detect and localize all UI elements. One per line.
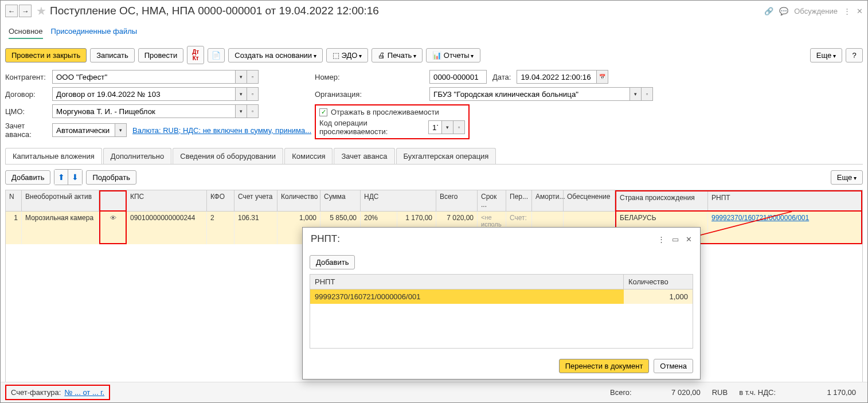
tab-additional[interactable]: Дополнительно [103, 148, 172, 164]
link-icon[interactable]: 🔗 [764, 7, 773, 15]
popup-add-button[interactable]: Добавить [310, 255, 355, 269]
post-and-close-button[interactable]: Провести и закрыть [5, 48, 87, 62]
counterparty-open-icon[interactable]: ▫ [247, 70, 259, 84]
chat-icon[interactable]: 💬 [779, 7, 788, 15]
col-n[interactable]: N [6, 190, 22, 212]
contract-dropdown-icon[interactable]: ▾ [236, 87, 247, 101]
edo-button[interactable]: ⬚ ЭДО [326, 48, 368, 62]
print-button[interactable]: 🖨 Печать [372, 48, 423, 62]
trace-checkbox[interactable]: ✓ [319, 108, 327, 116]
save-button[interactable]: Записать [90, 48, 135, 62]
col-kps[interactable]: КПС [127, 190, 207, 212]
document-icon[interactable]: 📄 [208, 48, 225, 62]
subtab-main[interactable]: Основное [9, 25, 43, 39]
popup-col-rnpt[interactable]: РНПТ [310, 275, 624, 289]
tab-capital[interactable]: Капитальные вложения [5, 148, 102, 164]
date-input[interactable] [517, 70, 597, 84]
org-open-icon[interactable]: ▫ [642, 87, 653, 101]
trace-code-dropdown-icon[interactable]: ▾ [442, 120, 453, 134]
popup-cell-qty[interactable]: 1,000 [624, 289, 693, 304]
counterparty-input[interactable] [52, 70, 236, 84]
tab-equipment[interactable]: Сведения об оборудовании [173, 148, 283, 164]
advance-dropdown-icon[interactable]: ▾ [115, 123, 127, 137]
close-icon[interactable]: ✕ [857, 7, 863, 15]
col-obes[interactable]: Обесценение [564, 190, 615, 212]
move-up-button[interactable]: ⬆ [54, 170, 68, 185]
favorite-star-icon[interactable]: ★ [36, 4, 46, 18]
popup-kebab-icon[interactable]: ⋮ [658, 235, 665, 244]
more-button[interactable]: Еще [810, 48, 842, 62]
popup-close-icon[interactable]: ✕ [686, 235, 692, 244]
counterparty-label: Контрагент: [5, 73, 52, 81]
org-label: Организация: [315, 90, 429, 99]
col-asset[interactable]: Внеоборотный актив [22, 190, 99, 212]
mol-open-icon[interactable]: ▫ [247, 104, 259, 118]
contract-open-icon[interactable]: ▫ [247, 87, 259, 101]
cell-eye[interactable]: 👁 [99, 212, 127, 230]
mol-dropdown-icon[interactable]: ▾ [236, 104, 247, 118]
footer-total-label: Всего: [610, 388, 632, 397]
mol-label: ЦМО: [5, 107, 52, 116]
discussion-link[interactable]: Обсуждение [794, 7, 838, 15]
col-kfo[interactable]: КФО [207, 190, 234, 212]
calendar-icon[interactable]: 📅 [597, 70, 608, 84]
popup-title: РНПТ: [311, 233, 651, 245]
popup-cell-rnpt[interactable]: 99992370/160721/0000006/001 [310, 289, 624, 304]
currency-link[interactable]: Валюта: RUB; НДС: не включен в сумму, пр… [132, 126, 311, 135]
cell-rnpt[interactable]: 99992370/160721/0000006/001 [708, 212, 861, 230]
grid-more-button[interactable]: Еще [831, 170, 863, 185]
post-button[interactable]: Провести [138, 48, 184, 62]
advance-label: Зачет аванса: [5, 122, 52, 139]
select-button[interactable]: Подобрать [86, 170, 136, 185]
kebab-menu-icon[interactable]: ⋮ [843, 7, 851, 15]
cell-kfo[interactable]: 2 [207, 212, 234, 230]
cancel-button[interactable]: Отмена [654, 359, 693, 373]
move-down-button[interactable]: ⬇ [68, 170, 82, 185]
footer-vat-label: в т.ч. НДС: [739, 388, 776, 397]
popup-col-qty[interactable]: Количество [624, 275, 693, 289]
col-eye[interactable] [99, 190, 127, 212]
tab-commission[interactable]: Комиссия [284, 148, 333, 164]
add-row-button[interactable]: Добавить [5, 170, 50, 185]
col-total[interactable]: Всего [436, 190, 478, 212]
cell-kps[interactable]: 09010000000000244 [127, 212, 207, 230]
contract-input[interactable] [52, 87, 236, 101]
invoice-label: Счет-фактура: [11, 388, 61, 397]
subtab-files[interactable]: Присоединенные файлы [51, 25, 138, 39]
popup-maximize-icon[interactable]: ▭ [672, 235, 679, 244]
footer-total: 7 020,00 [643, 388, 701, 397]
create-based-button[interactable]: Создать на основании [228, 48, 323, 62]
col-sum[interactable]: Сумма [320, 190, 361, 212]
col-account[interactable]: Счет учета [234, 190, 277, 212]
col-qty[interactable]: Количество [277, 190, 320, 212]
org-dropdown-icon[interactable]: ▾ [630, 87, 642, 101]
col-per[interactable]: Пер... [506, 190, 532, 212]
help-button[interactable]: ? [846, 48, 863, 62]
tab-advance[interactable]: Зачет аванса [334, 148, 394, 164]
rnpt-popup: РНПТ: ⋮ ▭ ✕ Добавить РНПТ Количество 999… [302, 227, 701, 379]
invoice-link[interactable]: № ... от ... г. [64, 388, 104, 397]
advance-input[interactable] [52, 123, 115, 137]
reports-button[interactable]: 📊 Отчеты [426, 48, 480, 62]
col-country[interactable]: Страна происхождения [616, 191, 708, 210]
cell-asset[interactable]: Морозильная камера [22, 212, 99, 230]
cell-n[interactable]: 1 [6, 212, 22, 230]
nav-forward-button[interactable]: → [19, 5, 32, 17]
trace-code-open-icon[interactable]: ▫ [453, 120, 465, 134]
dt-kt-icon[interactable]: ДтКт [187, 46, 204, 64]
tab-bookkeeping[interactable]: Бухгалтерская операция [396, 148, 496, 164]
nav-back-button[interactable]: ← [5, 5, 18, 17]
org-input[interactable] [429, 87, 630, 101]
col-vat[interactable]: НДС [361, 190, 436, 212]
number-input[interactable] [429, 70, 487, 84]
col-rnpt[interactable]: РНПТ [708, 191, 861, 210]
mol-input[interactable] [52, 104, 236, 118]
cell-account[interactable]: 106.31 [234, 212, 277, 230]
trace-code-input[interactable] [428, 120, 442, 134]
col-srok[interactable]: Срок ... [478, 190, 506, 212]
counterparty-dropdown-icon[interactable]: ▾ [236, 70, 247, 84]
col-amort[interactable]: Аморти... [532, 190, 564, 212]
eye-icon: 👁 [110, 214, 116, 221]
transfer-button[interactable]: Перенести в документ [559, 359, 650, 373]
trace-label: Отражать в прослеживаемости [331, 108, 439, 116]
